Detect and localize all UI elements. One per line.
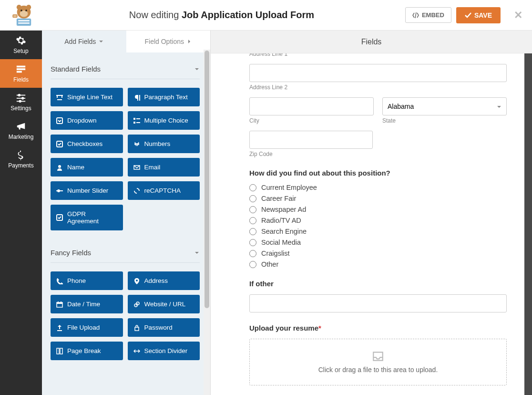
svg-rect-39 (57, 348, 59, 354)
svg-rect-7 (18, 20, 30, 21)
field-icon (133, 301, 140, 308)
tab-field-options[interactable]: Field Options (126, 31, 211, 52)
tab-add-fields[interactable]: Add Fields (42, 31, 126, 52)
field-type-multiple-choice[interactable]: Multiple Choice (128, 111, 200, 130)
svg-rect-24 (133, 122, 135, 124)
field-type-email[interactable]: Email (128, 158, 200, 177)
svg-point-17 (21, 97, 24, 100)
field-type-single-line-text[interactable]: Single Line Text (51, 88, 123, 106)
logo (10, 3, 38, 27)
radio-option[interactable]: Radio/TV AD (249, 217, 507, 224)
field-type-website-url[interactable]: Website / URL (128, 295, 200, 313)
label-state: State (382, 117, 507, 124)
code-icon (412, 12, 419, 18)
field-icon (56, 117, 63, 124)
radio-input[interactable] (249, 228, 256, 235)
scrollbar-thumb[interactable] (205, 51, 209, 308)
bullhorn-icon (16, 121, 26, 132)
svg-rect-10 (13, 15, 17, 17)
field-type-password[interactable]: Password (128, 318, 200, 337)
svg-rect-22 (133, 118, 135, 120)
field-icon (56, 278, 63, 284)
svg-rect-12 (17, 68, 25, 70)
left-panel: Add Fields Field Options Standard Fields… (42, 31, 211, 395)
page-title: Now editing Job Application Upload Form (38, 10, 405, 21)
close-icon[interactable]: ✕ (514, 9, 522, 21)
svg-rect-23 (136, 118, 140, 119)
label-addr1: Address Line 1 (249, 53, 507, 57)
radio-input[interactable] (249, 195, 256, 202)
field-type-recaptcha[interactable]: reCAPTCHA (128, 181, 200, 200)
field-icon (133, 117, 140, 124)
field-type-gdpr-agreement[interactable]: GDPR Agreement (51, 205, 123, 230)
field-type-date-time[interactable]: Date / Time (51, 295, 123, 313)
chevron-down-icon (99, 39, 103, 44)
input-addr2[interactable] (249, 64, 507, 82)
input-if-other[interactable] (249, 294, 507, 312)
field-type-address[interactable]: Address (128, 271, 200, 290)
svg-rect-35 (61, 301, 61, 303)
field-icon (56, 214, 63, 221)
upload-hint: Click or drag a file to this area to upl… (318, 366, 438, 374)
chevron-down-icon (194, 250, 200, 256)
svg-rect-21 (57, 118, 62, 124)
radio-input[interactable] (249, 206, 256, 213)
field-type-page-break[interactable]: Page Break (51, 342, 123, 360)
sidenav-item-setup[interactable]: Setup (0, 31, 42, 59)
label-zip: Zip Code (249, 151, 373, 157)
field-type-name[interactable]: Name (51, 158, 123, 177)
field-icon (56, 94, 63, 101)
radio-input[interactable] (249, 261, 256, 268)
sidenav-item-fields[interactable]: Fields (0, 59, 42, 88)
field-type-phone[interactable]: Phone (51, 271, 123, 290)
field-icon (133, 348, 140, 354)
field-type-numbers[interactable]: Numbers (128, 135, 200, 153)
section-standard-fields[interactable]: Standard Fields (51, 58, 200, 79)
svg-point-1 (17, 5, 21, 10)
topbar: Now editing Job Application Upload Form … (0, 0, 532, 31)
save-button[interactable]: SAVE (456, 7, 501, 23)
sidenav-item-settings[interactable]: Settings (0, 88, 42, 116)
radio-option[interactable]: Other (249, 260, 507, 268)
svg-rect-34 (58, 301, 59, 303)
gear-icon (16, 35, 26, 46)
radio-input[interactable] (249, 239, 256, 246)
input-zip[interactable] (249, 131, 373, 149)
section-fancy-fields[interactable]: Fancy Fields (51, 242, 200, 263)
radio-input[interactable] (249, 184, 256, 191)
svg-rect-14 (17, 95, 25, 96)
field-type-number-slider[interactable]: Number Slider (51, 181, 123, 200)
sidenav-item-marketing[interactable]: Marketing (0, 116, 42, 145)
svg-point-30 (57, 189, 60, 192)
field-type-dropdown[interactable]: Dropdown (51, 111, 123, 130)
field-type-file-upload[interactable]: File Upload (51, 318, 123, 337)
inbox-icon (372, 351, 384, 362)
field-icon (133, 164, 140, 171)
scrollbar-track[interactable] (204, 50, 210, 395)
radio-option[interactable]: Current Employee (249, 184, 507, 191)
select-state[interactable]: Alabama (382, 97, 507, 115)
field-icon (56, 164, 63, 171)
upload-resume-dropzone[interactable]: Click or drag a file to this area to upl… (249, 339, 507, 385)
radio-option[interactable]: Craigslist (249, 249, 507, 257)
field-type-section-divider[interactable]: Section Divider (128, 342, 200, 360)
radio-option[interactable]: Social Media (249, 239, 507, 246)
field-type-paragraph-text[interactable]: Paragraph Text (128, 88, 200, 106)
radio-option[interactable]: Search Engine (249, 228, 507, 235)
radio-input[interactable] (249, 217, 256, 224)
svg-rect-33 (57, 302, 62, 304)
radio-input[interactable] (249, 250, 256, 257)
radio-option[interactable]: Newspaper Ad (249, 206, 507, 213)
embed-button[interactable]: EMBED (405, 7, 451, 23)
chevron-down-icon (194, 66, 200, 72)
svg-point-3 (20, 10, 28, 17)
sidenav-item-payments[interactable]: Payments (0, 145, 42, 174)
field-type-checkboxes[interactable]: Checkboxes (51, 135, 123, 153)
main-header: Fields (211, 31, 532, 53)
input-city[interactable] (249, 97, 374, 115)
field-icon (56, 324, 63, 331)
label-if-other: If other (249, 280, 507, 288)
radio-option[interactable]: Career Fair (249, 195, 507, 202)
label-upload-resume: Upload your resume* (249, 324, 507, 332)
label-city: City (249, 117, 374, 124)
